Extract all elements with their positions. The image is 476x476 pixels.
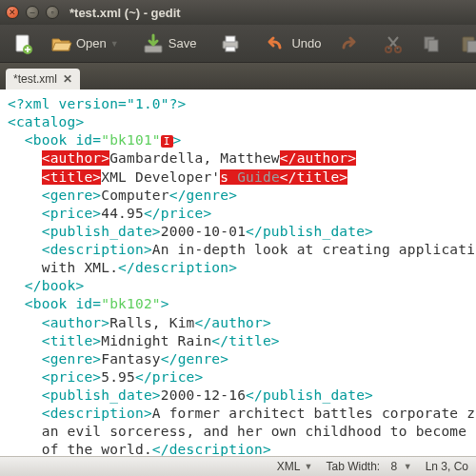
titlebar: ✕ – ▫ *test.xml (~) - gedit [0,0,476,25]
svg-rect-11 [467,41,476,52]
copy-icon [420,32,443,55]
window-maximize-button[interactable]: ▫ [46,6,59,19]
svg-rect-2 [145,46,162,52]
new-button[interactable] [6,29,40,59]
save-icon [142,32,165,55]
print-button[interactable] [213,29,248,59]
copy-button[interactable] [414,29,448,59]
tab-file[interactable]: *test.xml ✕ [6,69,80,89]
open-button[interactable]: Open▼ [44,29,125,59]
tabstrip: *test.xml ✕ [0,63,476,89]
paste-icon [458,32,476,55]
tab-label: *test.xml [13,72,57,86]
cut-button[interactable] [376,29,410,59]
book-tag: <book id= [8,132,101,148]
undo-icon [265,32,288,55]
window-minimize-button[interactable]: – [26,6,39,19]
statusbar: XML▼ Tab Width: 8 ▼ Ln 3, Co [0,456,476,476]
svg-point-7 [395,47,401,52]
cut-icon [382,32,405,55]
xml-declaration: <?xml version="1.0"?> [8,96,187,111]
print-icon [219,32,242,55]
svg-point-6 [386,47,391,52]
open-icon [50,32,72,55]
tabwidth-selector[interactable]: Tab Width: 8 ▼ [326,460,411,473]
open-label: Open [76,36,107,50]
catalog-tag: <catalog> [8,114,84,129]
svg-rect-4 [226,36,235,42]
close-icon[interactable]: ✕ [63,72,72,86]
window-title: *test.xml (~) - gedit [69,6,181,20]
chevron-down-icon: ▼ [401,462,411,471]
save-label: Save [169,36,197,50]
undo-button[interactable]: Undo [259,29,327,59]
save-button[interactable]: Save [136,29,203,59]
undo-label: Undo [291,36,321,50]
redo-icon [336,32,359,55]
cursor-position: Ln 3, Co [426,460,468,473]
new-icon [11,32,34,55]
window-close-button[interactable]: ✕ [6,6,19,19]
chevron-down-icon: ▼ [110,39,119,49]
paste-button[interactable] [452,29,476,59]
svg-rect-9 [428,40,438,51]
svg-rect-5 [226,47,235,51]
toolbar: Open▼ Save Undo [0,25,476,63]
editor[interactable]: <?xml version="1.0"?> <catalog> <book id… [0,89,476,456]
language-selector[interactable]: XML▼ [277,460,313,473]
redo-button[interactable] [330,29,365,59]
cursor: I [161,135,173,148]
chevron-down-icon: ▼ [305,462,313,471]
